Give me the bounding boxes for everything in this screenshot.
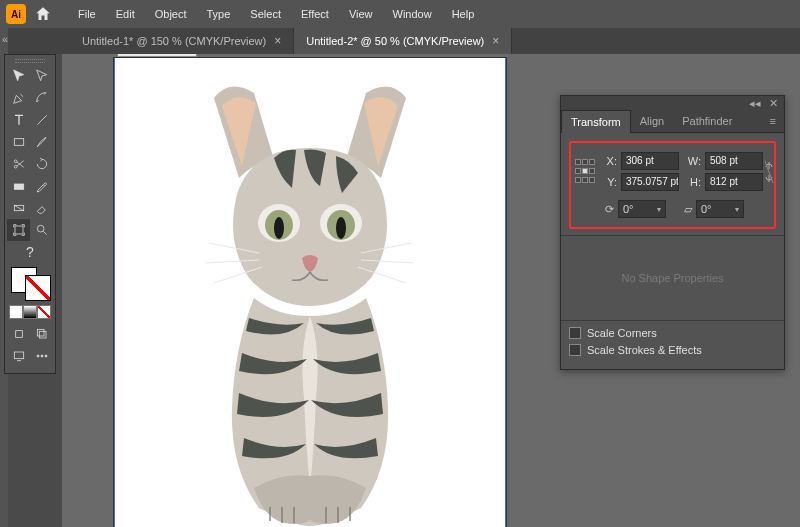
tab-untitled-1[interactable]: Untitled-1* @ 150 % (CMYK/Preview) × xyxy=(70,28,294,54)
tab-transform[interactable]: Transform xyxy=(561,110,631,133)
svg-point-1 xyxy=(14,160,17,163)
cat-artwork[interactable] xyxy=(154,54,466,527)
x-label: X: xyxy=(599,155,617,167)
collapse-icon[interactable]: « xyxy=(0,30,10,48)
svg-rect-0 xyxy=(14,139,23,146)
svg-rect-10 xyxy=(14,352,23,359)
unknown-tool[interactable]: ? xyxy=(7,241,53,263)
tab-align[interactable]: Align xyxy=(631,110,673,132)
draw-normal-icon[interactable] xyxy=(7,323,30,345)
rotate-field[interactable]: 0°▾ xyxy=(618,200,666,218)
stroke-swatch[interactable] xyxy=(25,275,51,301)
menu-view[interactable]: View xyxy=(339,4,383,24)
fill-stroke-swatch[interactable] xyxy=(7,265,55,303)
color-mode-icon[interactable] xyxy=(9,305,23,319)
toolbox: ? xyxy=(4,54,56,374)
screen-mode-icon[interactable] xyxy=(7,345,30,367)
grip-icon[interactable] xyxy=(7,57,53,65)
svg-point-19 xyxy=(336,217,346,239)
w-field[interactable]: 508 pt xyxy=(705,152,763,170)
no-shape-label: No Shape Properties xyxy=(569,242,776,314)
tab-label: Untitled-2* @ 50 % (CMYK/Preview) xyxy=(306,35,484,47)
menu-help[interactable]: Help xyxy=(442,4,485,24)
rotate-tool[interactable] xyxy=(30,153,53,175)
svg-rect-7 xyxy=(15,331,22,338)
paintbrush-tool[interactable] xyxy=(30,131,53,153)
checkbox-icon[interactable] xyxy=(569,344,581,356)
panel-tabs: Transform Align Pathfinder ≡ xyxy=(561,110,784,133)
menu-window[interactable]: Window xyxy=(383,4,442,24)
close-icon[interactable]: × xyxy=(492,34,499,48)
svg-point-2 xyxy=(14,165,17,168)
svg-rect-8 xyxy=(39,331,46,338)
scale-strokes-row[interactable]: Scale Strokes & Effects xyxy=(569,344,776,356)
svg-point-18 xyxy=(274,217,284,239)
svg-rect-5 xyxy=(15,226,23,234)
curvature-tool[interactable] xyxy=(30,87,53,109)
close-icon[interactable]: × xyxy=(274,34,281,48)
panel-menu-icon[interactable]: ≡ xyxy=(762,111,784,131)
shear-field[interactable]: 0°▾ xyxy=(696,200,744,218)
rotate-icon: ⟳ xyxy=(605,203,614,216)
h-label: H: xyxy=(683,176,701,188)
gradient-mode-icon[interactable] xyxy=(23,305,37,319)
scale-corners-row[interactable]: Scale Corners xyxy=(569,327,776,339)
shape-builder-tool[interactable] xyxy=(7,175,30,197)
y-label: Y: xyxy=(599,176,617,188)
link-wh-icon[interactable] xyxy=(763,156,775,188)
app-icon: Ai xyxy=(6,4,26,24)
eyedropper-tool[interactable] xyxy=(30,175,53,197)
transform-panel: ◂◂ ✕ Transform Align Pathfinder ≡ X: 306… xyxy=(560,95,785,370)
menu-file[interactable]: File xyxy=(68,4,106,24)
menu-items: File Edit Object Type Select Effect View… xyxy=(68,4,484,24)
direct-selection-tool[interactable] xyxy=(30,65,53,87)
tab-untitled-2[interactable]: Untitled-2* @ 50 % (CMYK/Preview) × xyxy=(294,28,512,54)
checkbox-icon[interactable] xyxy=(569,327,581,339)
scale-strokes-label: Scale Strokes & Effects xyxy=(587,344,702,356)
artboard[interactable]: 01 - Artboard 1 xyxy=(114,58,506,527)
menu-select[interactable]: Select xyxy=(240,4,291,24)
document-tabs: Untitled-1* @ 150 % (CMYK/Preview) × Unt… xyxy=(0,28,800,54)
w-label: W: xyxy=(683,155,701,167)
svg-rect-3 xyxy=(14,184,23,189)
edit-toolbar-icon[interactable] xyxy=(30,345,53,367)
gradient-tool[interactable] xyxy=(7,197,30,219)
shear-icon: ▱ xyxy=(684,203,692,216)
selection-tool[interactable] xyxy=(7,65,30,87)
menu-edit[interactable]: Edit xyxy=(106,4,145,24)
zoom-tool[interactable] xyxy=(30,219,53,241)
draw-behind-icon[interactable] xyxy=(30,323,53,345)
home-icon[interactable] xyxy=(34,5,52,23)
menubar: Ai File Edit Object Type Select Effect V… xyxy=(0,0,800,28)
rectangle-tool[interactable] xyxy=(7,131,30,153)
menu-type[interactable]: Type xyxy=(197,4,241,24)
highlight-box: X: 306 pt W: 508 pt Y: 375.0757 pt H: 81… xyxy=(569,141,776,229)
svg-point-12 xyxy=(41,355,43,357)
svg-point-13 xyxy=(45,355,47,357)
close-icon[interactable]: ✕ xyxy=(769,97,778,110)
collapse-icon[interactable]: ◂◂ xyxy=(749,97,761,110)
line-tool[interactable] xyxy=(30,109,53,131)
svg-rect-9 xyxy=(37,329,44,336)
x-field[interactable]: 306 pt xyxy=(621,152,679,170)
artboard-tool[interactable] xyxy=(7,219,30,241)
menu-effect[interactable]: Effect xyxy=(291,4,339,24)
svg-point-6 xyxy=(37,225,44,232)
tab-label: Untitled-1* @ 150 % (CMYK/Preview) xyxy=(82,35,266,47)
scissors-tool[interactable] xyxy=(7,153,30,175)
menu-object[interactable]: Object xyxy=(145,4,197,24)
scale-corners-label: Scale Corners xyxy=(587,327,657,339)
h-field[interactable]: 812 pt xyxy=(705,173,763,191)
eraser-tool[interactable] xyxy=(30,197,53,219)
pen-tool[interactable] xyxy=(7,87,30,109)
type-tool[interactable] xyxy=(7,109,30,131)
none-mode-icon[interactable] xyxy=(37,305,51,319)
tab-pathfinder[interactable]: Pathfinder xyxy=(673,110,741,132)
reference-point-grid[interactable] xyxy=(575,159,595,185)
svg-point-11 xyxy=(37,355,39,357)
y-field[interactable]: 375.0757 pt xyxy=(621,173,679,191)
